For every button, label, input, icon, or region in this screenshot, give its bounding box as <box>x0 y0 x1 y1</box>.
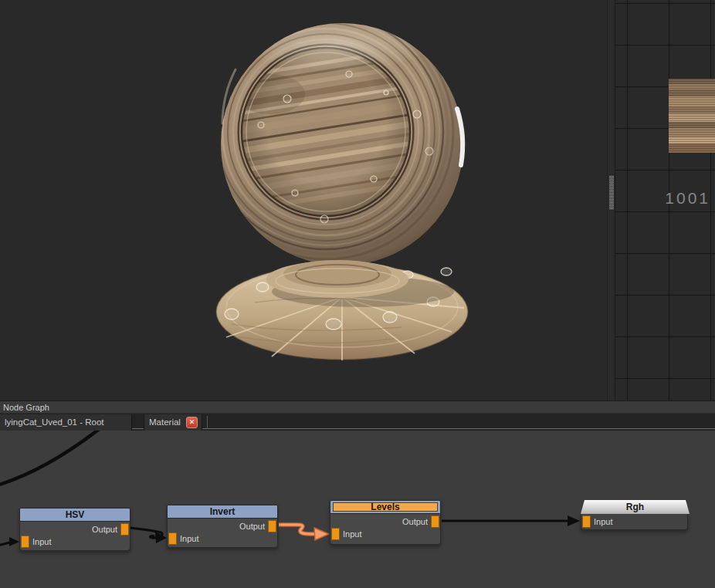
node-graph-title: Node Graph <box>3 403 49 412</box>
node-graph-panel: Node Graph lyingCat_Uved_01 - Root Mater… <box>0 400 715 588</box>
splitter-grip-icon <box>609 176 614 210</box>
close-icon: ✕ <box>189 418 195 426</box>
node-header: Rgh <box>581 500 690 514</box>
node-invert[interactable]: Invert Output Input <box>167 505 278 548</box>
tabbar-edge <box>202 428 715 429</box>
application-window: 1001 Node Graph lyingCat_Uved_01 - Root … <box>0 0 715 588</box>
shader-ball <box>0 0 607 400</box>
node-graph-tabbar: lyingCat_Uved_01 - Root Material ✕ <box>0 414 715 431</box>
uv-texture-tile <box>669 79 715 153</box>
node-rgh[interactable]: Rgh Input <box>581 500 690 530</box>
output-port[interactable] <box>431 515 439 528</box>
node-body: Output Input <box>167 519 278 548</box>
input-port-label: Input <box>594 515 612 528</box>
wire-hsv-invert[interactable] <box>130 528 167 543</box>
node-graph-canvas[interactable]: HSV Output Input Invert Output Input <box>0 431 715 588</box>
tab-separator <box>207 416 208 429</box>
node-header: HSV <box>19 508 130 522</box>
input-port[interactable] <box>582 515 591 528</box>
node-header: Levels <box>330 500 441 514</box>
wire-into-hsv[interactable] <box>0 537 19 546</box>
tab-lyingcat-root[interactable]: lyingCat_Uved_01 - Root <box>0 414 132 431</box>
input-port[interactable] <box>168 532 177 545</box>
tab-label: lyingCat_Uved_01 - Root <box>5 417 104 427</box>
output-port-label: Output <box>402 515 428 528</box>
input-port-label: Input <box>343 528 361 540</box>
wire-invert-levels[interactable] <box>279 525 329 540</box>
tab-label: Material <box>149 417 181 427</box>
output-port[interactable] <box>120 523 129 536</box>
wire-levels-rgh[interactable] <box>442 515 580 526</box>
udim-label: 1001 <box>627 189 710 208</box>
output-port[interactable] <box>268 520 276 532</box>
node-body: Output Input <box>19 522 130 551</box>
selected-header: Levels <box>333 502 438 512</box>
wire-upstream[interactable] <box>0 431 101 485</box>
node-body: Output Input <box>330 514 441 545</box>
output-port-label: Output <box>92 523 117 536</box>
input-port[interactable] <box>21 536 29 548</box>
tab-material[interactable]: Material ✕ <box>144 414 202 431</box>
node-levels[interactable]: Levels Output Input <box>330 500 441 545</box>
node-body: Input <box>581 514 688 530</box>
panel-splitter[interactable] <box>607 0 615 400</box>
output-port-label: Output <box>239 520 265 532</box>
material-preview-viewport[interactable] <box>0 0 607 400</box>
node-hsv[interactable]: HSV Output Input <box>19 508 130 551</box>
node-graph-titlebar: Node Graph <box>0 400 715 414</box>
close-tab-button[interactable]: ✕ <box>186 417 198 428</box>
input-port-label: Input <box>180 532 198 545</box>
input-port-label: Input <box>32 536 51 548</box>
tabbar-edge <box>132 428 144 429</box>
shader-ball-sphere <box>198 5 463 265</box>
shader-ball-neck <box>266 260 408 298</box>
node-header: Invert <box>167 505 278 519</box>
input-port[interactable] <box>331 528 340 540</box>
uv-viewport[interactable]: 1001 <box>615 0 715 400</box>
